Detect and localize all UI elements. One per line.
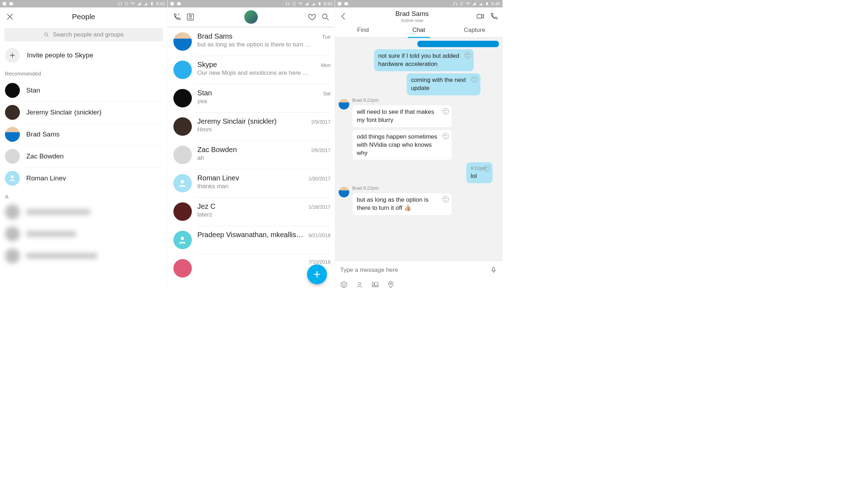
message-bubble[interactable]: odd things happen sometimes with NVidia …: [352, 130, 452, 161]
video-call-button[interactable]: [475, 11, 485, 21]
svg-rect-13: [319, 2, 320, 5]
heart-icon: [307, 12, 317, 22]
search-input[interactable]: Search people and groups: [4, 28, 163, 41]
status-bar: 9:41: [0, 0, 167, 7]
contact-name: Roman Linev: [26, 174, 66, 182]
svg-point-24: [460, 2, 463, 5]
conversation-header: Brad Sams Active now: [335, 7, 502, 24]
chat-time: 1/30/2017: [308, 176, 330, 181]
contact-row[interactable]: Jeremy Sinclair (snickler): [0, 101, 167, 123]
my-avatar[interactable]: [244, 10, 258, 24]
page-title: People: [21, 12, 146, 21]
chat-row[interactable]: Zac Bowden2/6/2017 ah: [168, 141, 335, 169]
message-row: not sure if I told you but added hardwar…: [339, 49, 499, 71]
invite-row[interactable]: Invite people to Skype: [0, 41, 167, 71]
avatar: [339, 99, 349, 110]
status-bar: 9:40: [168, 0, 335, 7]
react-icon[interactable]: [483, 165, 490, 172]
message-sender: Brad 9:22pm: [352, 97, 477, 103]
tab-capture[interactable]: Capture: [447, 24, 502, 37]
message-bubble[interactable]: not sure if I told you but added hardwar…: [374, 49, 474, 71]
avatar: [173, 231, 192, 249]
back-button[interactable]: [339, 11, 349, 21]
svg-point-4: [125, 2, 128, 5]
alpha-section-label: A: [0, 189, 167, 201]
svg-point-33: [374, 284, 375, 285]
search-button[interactable]: [321, 12, 330, 22]
react-icon[interactable]: [443, 196, 449, 202]
favorites-button[interactable]: [307, 12, 317, 22]
dialer-button[interactable]: #: [172, 12, 182, 22]
tab-find[interactable]: Find: [335, 24, 391, 37]
message-input[interactable]: [340, 267, 485, 274]
contact-row[interactable]: Roman Linev: [0, 167, 167, 189]
svg-rect-23: [456, 4, 457, 5]
location-icon[interactable]: [387, 281, 395, 289]
chat-row[interactable]: Pradeep Viswanathan, mkeallis…9/21/2016: [168, 226, 335, 254]
composer-toolbar: [335, 279, 502, 292]
headphones-icon: [118, 1, 122, 6]
react-icon[interactable]: [465, 52, 471, 58]
voice-call-button[interactable]: [489, 11, 499, 21]
message-bubble[interactable]: 9:22pmlol: [466, 162, 492, 183]
contact-icon[interactable]: [356, 281, 363, 289]
chat-name: Roman Linev: [198, 174, 239, 182]
signal-icon: [143, 1, 148, 6]
alarm-icon: [292, 1, 296, 6]
message-bubble[interactable]: coming with the next update: [407, 73, 480, 95]
react-icon[interactable]: [443, 133, 449, 139]
avatar: [173, 89, 192, 107]
avatar: [339, 187, 349, 197]
tab-chat[interactable]: Chat: [391, 24, 446, 37]
svg-point-28: [341, 282, 347, 288]
plus-icon: [5, 48, 20, 63]
emoji-icon[interactable]: [340, 281, 348, 289]
react-icon[interactable]: [471, 76, 478, 83]
contacts-button[interactable]: [185, 12, 195, 22]
close-button[interactable]: [5, 12, 15, 22]
avatar: [5, 105, 20, 120]
avatar: [173, 174, 192, 192]
phone-icon: [489, 12, 499, 21]
chat-name: Stan: [198, 89, 212, 97]
microphone-icon[interactable]: [490, 266, 497, 274]
chat-row[interactable]: Brad SamsTue but as long as the option i…: [168, 27, 335, 56]
svg-point-16: [189, 15, 191, 17]
svg-rect-25: [486, 2, 488, 5]
contact-row[interactable]: Stan: [0, 79, 167, 101]
battery-icon: [485, 1, 489, 6]
wifi-icon: [298, 1, 303, 6]
chat-row[interactable]: Jez C1/18/2017 laterz: [168, 197, 335, 226]
avatar: [173, 202, 192, 221]
react-icon[interactable]: [443, 108, 449, 114]
contact-row[interactable]: Brad Sams: [0, 123, 167, 145]
conversation-screen: 9:40 Brad Sams Active now Find Chat Capt…: [335, 0, 503, 292]
status-bar: 9:40: [335, 0, 502, 7]
new-chat-fab[interactable]: [307, 264, 327, 284]
contact-row[interactable]: Zac Bowden: [0, 145, 167, 167]
svg-rect-2: [118, 4, 119, 5]
svg-point-29: [343, 284, 344, 284]
svg-rect-26: [477, 15, 482, 18]
chat-row[interactable]: Jeremy Sinclair (snickler)2/9/2017 Hmm: [168, 112, 335, 141]
chat-preview: thanks man: [198, 183, 331, 190]
message-bubble[interactable]: will need to see if that makes my font b…: [352, 105, 452, 128]
chat-time: Mon: [321, 62, 330, 68]
svg-point-8: [170, 2, 174, 6]
message-text: odd things happen sometimes with NVidia …: [357, 133, 437, 156]
svg-rect-11: [289, 4, 289, 5]
message-bubble[interactable]: but as long as the option is there to tu…: [352, 193, 452, 215]
chat-row[interactable]: SkypeMon Our new Mojis and emoticons are…: [168, 56, 335, 84]
chat-list[interactable]: Brad SamsTue but as long as the option i…: [168, 27, 335, 292]
chat-time: 7/10/2016: [308, 259, 330, 265]
chat-row[interactable]: Roman Linev1/30/2017 thanks man: [168, 169, 335, 197]
chat-row[interactable]: StanSat yea: [168, 84, 335, 112]
message-row: Brad 9:22pmbut as long as the option is …: [339, 185, 499, 215]
svg-text:#: #: [178, 13, 179, 16]
spotify-icon: [2, 1, 7, 6]
svg-rect-3: [121, 4, 122, 5]
message-list[interactable]: not sure if I told you but added hardwar…: [335, 38, 502, 261]
gallery-icon[interactable]: [371, 281, 379, 289]
message-row: coming with the next update: [339, 73, 499, 95]
chat-time: Sat: [323, 91, 330, 96]
